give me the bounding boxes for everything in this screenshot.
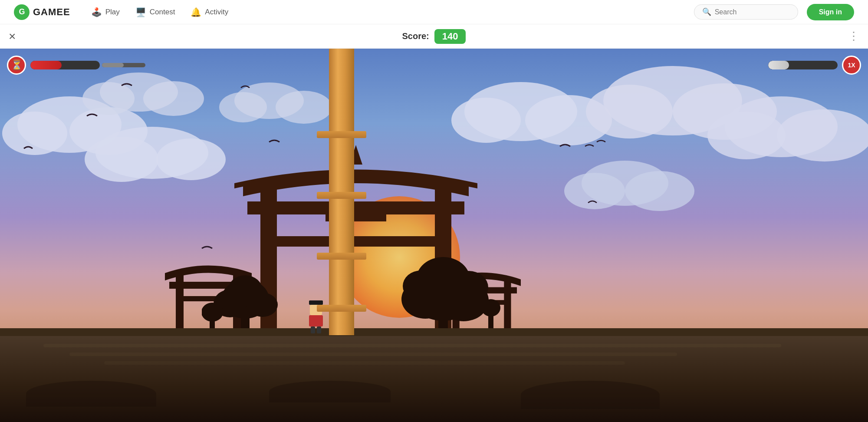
logo-icon: G [14, 4, 30, 20]
svg-point-44 [202, 303, 223, 322]
svg-rect-26 [247, 201, 464, 214]
char-leg-right [317, 326, 321, 333]
top-navigation: G GAMEE 🕹️ Play 🖥️ Contest 🔔 Activity 🔍 … [0, 0, 868, 24]
ground-lines [0, 344, 868, 370]
search-input[interactable] [715, 8, 790, 16]
search-box[interactable]: 🔍 [694, 4, 798, 20]
grass [0, 328, 868, 336]
ground-line-1 [43, 344, 781, 347]
activity-icon: 🔔 [191, 7, 201, 17]
nav-activity[interactable]: 🔔 Activity [191, 7, 228, 17]
char-body [309, 315, 323, 326]
logo-area[interactable]: G GAMEE [14, 4, 70, 20]
nav-contest-label: Contest [150, 8, 175, 16]
pole-rung-2 [317, 192, 366, 199]
health-bar-secondary [102, 63, 145, 67]
game-area: × ⏳ 1X [0, 49, 868, 422]
hud-left: × ⏳ [7, 56, 145, 75]
play-icon: 🕹️ [91, 7, 102, 17]
svg-point-50 [403, 270, 439, 302]
nav-contest[interactable]: 🖥️ Contest [135, 7, 175, 17]
health-bar-fill [30, 61, 62, 69]
score-value: 140 [434, 29, 466, 44]
stamina-bar-background [768, 61, 838, 69]
ground-line-2 [69, 353, 677, 356]
svg-point-51 [449, 271, 488, 304]
timer-icon: × ⏳ [7, 56, 26, 75]
char-legs [306, 326, 326, 333]
char-hat [309, 300, 323, 305]
trees-left [202, 258, 297, 336]
char-leg-left [311, 326, 315, 333]
svg-point-42 [228, 275, 263, 306]
pole-rung-4 [317, 305, 366, 312]
pole [329, 49, 354, 335]
close-button[interactable]: × [9, 30, 16, 43]
trees-right [382, 241, 503, 336]
score-area: Score: 140 [402, 29, 466, 44]
brand-name: GAMEE [33, 7, 70, 18]
search-icon: 🔍 [702, 7, 711, 16]
score-label: Score: [402, 31, 429, 41]
ground [0, 335, 868, 422]
menu-button[interactable]: ⋮ [848, 30, 859, 43]
health-bar-background [30, 61, 100, 69]
pole-rung-3 [317, 253, 366, 260]
svg-point-53 [481, 299, 500, 316]
hud-right: 1X [768, 56, 861, 75]
multiplier-label: 1X [848, 62, 855, 69]
pole-rung-1 [317, 131, 366, 138]
nav-items: 🕹️ Play 🖥️ Contest 🔔 Activity [91, 7, 694, 17]
signin-button[interactable]: Sign in [807, 4, 854, 20]
nav-play-label: Play [105, 8, 120, 16]
contest-icon: 🖥️ [135, 7, 146, 17]
stamina-bar-fill [768, 61, 789, 69]
nav-activity-label: Activity [205, 8, 228, 16]
nav-play[interactable]: 🕹️ Play [91, 7, 120, 17]
game-bar: × Score: 140 ⋮ [0, 24, 868, 49]
ground-line-3 [104, 361, 625, 365]
nav-right: 🔍 Sign in [694, 4, 854, 20]
multiplier-icon: 1X [842, 56, 861, 75]
